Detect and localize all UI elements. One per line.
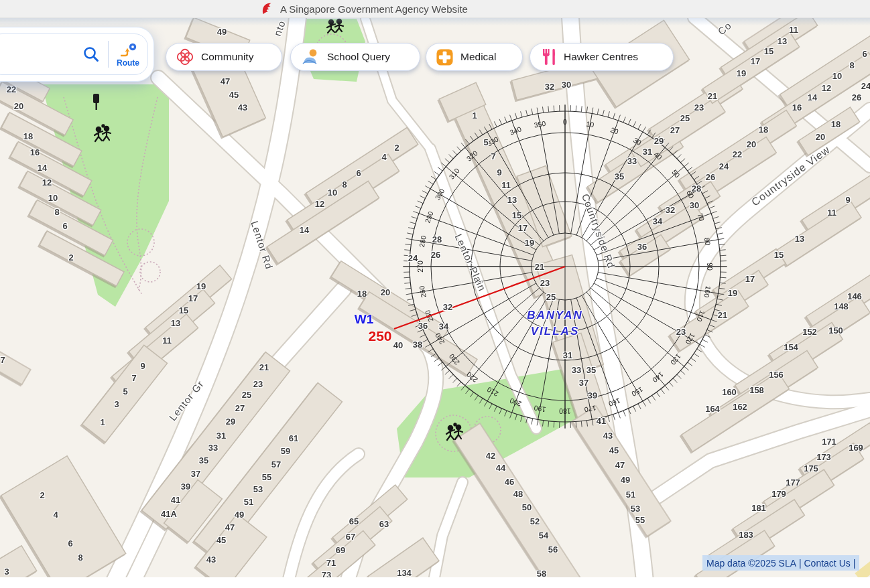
house-number: 49: [621, 475, 630, 484]
house-number: 19: [196, 282, 206, 291]
compass-degree-label: 150: [630, 385, 644, 398]
house-number: 43: [603, 431, 613, 440]
house-number: 17: [745, 275, 755, 283]
house-number: 10: [328, 188, 337, 197]
house-number: 7: [491, 152, 495, 161]
house-number: 34: [653, 217, 662, 226]
house-number: 41: [171, 496, 180, 504]
community-rings-icon: [176, 48, 194, 66]
house-number: 14: [300, 226, 309, 234]
house-number: 5: [123, 387, 127, 396]
house-number: 26: [431, 250, 440, 259]
house-number: 23: [540, 279, 550, 287]
house-number: 24: [861, 82, 870, 90]
house-number: 55: [262, 473, 271, 482]
house-number: 20: [14, 102, 23, 111]
house-number: 32: [443, 303, 452, 311]
house-number: 28: [692, 184, 701, 193]
school-query-button[interactable]: School Query: [290, 43, 420, 71]
house-number: 50: [522, 503, 532, 512]
house-number: 14: [38, 163, 47, 172]
house-number: 58: [537, 569, 546, 578]
compass-degree-label: 170: [584, 404, 597, 414]
house-number: 65: [349, 517, 359, 526]
house-number: 179: [771, 490, 786, 498]
compass-degree-label: 140: [651, 370, 665, 384]
house-number: 23: [694, 103, 704, 112]
compass-degree-label: 180: [559, 407, 571, 415]
compass-bearing-overlay[interactable]: 0102030405060708090100110120130140150160…: [0, 0, 870, 588]
house-number: 9: [140, 362, 145, 370]
contact-us-link[interactable]: Contact Us: [804, 558, 851, 569]
house-number: 22: [7, 85, 16, 94]
medical-button[interactable]: Medical: [426, 43, 523, 71]
community-button[interactable]: Community: [166, 43, 282, 71]
route-button[interactable]: Route: [109, 42, 147, 67]
house-number: 56: [548, 545, 558, 554]
house-number: 25: [546, 293, 556, 301]
house-number: 21: [259, 363, 269, 372]
compass-degree-label: 190: [534, 404, 546, 414]
house-number: 28: [432, 235, 442, 244]
house-number: 29: [226, 417, 235, 426]
hawker-centres-label: Hawker Centres: [564, 51, 638, 63]
compass-degree-label: 90: [706, 263, 714, 271]
buildings-layer: [0, 0, 870, 588]
house-number: 16: [30, 148, 40, 157]
house-number: 12: [822, 84, 831, 92]
house-number: 15: [774, 250, 784, 259]
house-number: 67: [346, 532, 355, 541]
search-input[interactable]: [0, 40, 80, 68]
house-number: 3: [4, 567, 9, 576]
house-number: 18: [357, 289, 367, 298]
house-number: 25: [680, 114, 690, 123]
house-number: 71: [326, 559, 336, 567]
map-canvas[interactable]: 0102030405060708090100110120130140150160…: [0, 0, 870, 588]
house-number: 175: [804, 464, 818, 473]
compass-degree-label: 70: [696, 212, 706, 222]
house-number: 14: [808, 93, 817, 102]
house-number: 156: [769, 370, 784, 379]
search-icon[interactable]: [82, 46, 100, 63]
house-number: 39: [181, 482, 190, 491]
house-number: 41A: [161, 510, 177, 518]
house-number: 173: [816, 453, 831, 461]
route-pin-icon: [119, 42, 137, 58]
house-number: 2: [40, 491, 44, 500]
medical-cross-icon: [436, 48, 454, 66]
street-label: Countryside Rd: [580, 192, 617, 269]
estate-label-line2: VILLAS: [531, 325, 579, 338]
house-number: 158: [749, 386, 764, 394]
street-label: Lentor Gr: [167, 378, 205, 423]
compass-degree-label: 220: [464, 370, 479, 384]
house-number: 24: [408, 254, 418, 263]
house-number: 9: [845, 196, 850, 204]
estate-label-line1: BANYAN: [527, 309, 582, 322]
house-number: 134: [397, 569, 412, 577]
house-number: 3: [114, 400, 119, 409]
house-number: 13: [171, 319, 180, 327]
house-number: 45: [229, 90, 239, 99]
compass-degree-label: 10: [586, 119, 595, 129]
hawker-centres-button[interactable]: Hawker Centres: [530, 43, 674, 71]
house-number: 15: [764, 47, 773, 56]
house-number: 22: [733, 150, 742, 159]
house-number: 12: [315, 200, 324, 208]
house-number: 18: [23, 132, 33, 141]
house-number: 8: [342, 180, 347, 189]
house-number: 17: [751, 57, 760, 66]
house-number: 18: [759, 125, 768, 134]
playground-icon: [95, 19, 462, 440]
house-number: 23: [253, 380, 263, 388]
house-number: 39: [588, 391, 597, 400]
house-number: 4: [53, 510, 58, 519]
house-number: 52: [530, 517, 540, 526]
street-label: Countryside View: [750, 144, 832, 208]
house-number: 32: [666, 206, 675, 214]
house-number: 53: [253, 485, 263, 494]
house-number: 45: [609, 446, 619, 455]
house-number: 5: [483, 138, 488, 147]
house-number: 41: [597, 417, 606, 425]
compass-degree-label: 40: [653, 150, 664, 161]
compass-degree-label: 30: [632, 136, 643, 147]
